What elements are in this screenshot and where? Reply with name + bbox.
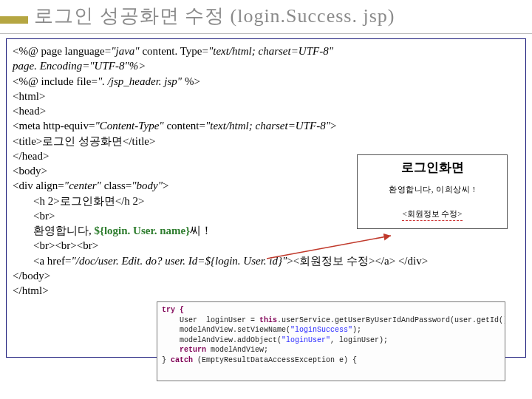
txt: class= (101, 180, 132, 191)
code-line: </html> (13, 283, 519, 298)
preview-panel: 로그인화면 환영합니다, 이희상씨 ! <회원정보 수정> (357, 154, 508, 229)
txt: "/doc/user. Edit. do? user. Id=${login. … (71, 255, 287, 267)
txt: } (162, 356, 171, 364)
txt: try { (162, 306, 184, 314)
el-expression: ${login. User. name} (95, 225, 191, 236)
txt: , loginUser); (330, 336, 388, 344)
txt: .userService.getUserByUserIdAndPassword(… (277, 316, 505, 324)
code-line: <br><br><br> (13, 238, 519, 253)
code-line: page. Encoding="UTF-8"%> (13, 58, 519, 73)
txt: <a href= (33, 255, 71, 267)
title-bar: 로그인 성공화면 수정 (login.Success. jsp) (0, 0, 532, 34)
code-line: </body> (13, 268, 519, 283)
txt: content. Type= (140, 45, 208, 57)
code-line: <head> (13, 103, 519, 118)
txt: <%@ page language= (13, 45, 111, 57)
txt: catch (171, 356, 193, 364)
code-line: <html> (13, 89, 519, 103)
txt: ". /jsp_header. jsp" (98, 75, 185, 87)
java-line: try { (162, 305, 500, 316)
txt: return (180, 346, 206, 354)
java-line: modelAndView.setViewName("loginSuccess")… (162, 325, 500, 335)
txt: content= (164, 120, 205, 132)
code-line: <%@ include file=". /jsp_header. jsp" %> (13, 74, 519, 89)
txt: "loginUser" (282, 336, 330, 344)
txt: 씨！ (190, 225, 212, 236)
txt: <meta http-equiv= (13, 120, 95, 132)
txt: User loginUser = (162, 316, 259, 324)
txt: > (330, 120, 336, 132)
txt: page. Encoding= (13, 60, 89, 72)
txt: %> (129, 60, 146, 72)
txt: ><회원정보 수정></a> </div> (287, 255, 428, 267)
java-line: modelAndView.addObject("loginUser", logi… (162, 335, 500, 346)
code-line: <a href="/doc/user. Edit. do? user. Id=$… (13, 253, 519, 268)
txt: ); (352, 326, 361, 334)
txt (162, 346, 180, 354)
txt: <div align= (13, 180, 64, 191)
preview-link: <회원정보 수정> (402, 208, 462, 221)
txt: this (259, 316, 277, 324)
txt: "loginSuccess" (290, 326, 352, 334)
txt: "text/html; charset=UTF-8" (208, 45, 333, 57)
txt: <%@ include file= (13, 75, 98, 87)
txt: "Content-Type" (95, 120, 163, 132)
java-line: return modelAndView; (162, 345, 500, 355)
code-line: <title>로그인 성공화면</title> (13, 134, 519, 149)
txt: "body" (132, 180, 163, 191)
accent-block (0, 16, 28, 24)
txt: %> (185, 75, 200, 87)
preview-title: 로그인화면 (362, 160, 502, 177)
java-line: User loginUser = this.userService.getUse… (162, 316, 500, 326)
code-line: <meta http-equiv="Content-Type" content=… (13, 118, 519, 133)
txt: (EmptyResultDataAccessException e) { (193, 356, 357, 364)
txt: modelAndView; (206, 346, 268, 354)
page-title: 로그인 성공화면 수정 (login.Success. jsp) (34, 3, 395, 29)
txt: modelAndView.setViewName( (162, 326, 290, 334)
txt: "UTF-8" (89, 60, 129, 72)
txt: 환영합니다, (33, 225, 95, 236)
txt: modelAndView.addObject( (162, 336, 282, 344)
java-line: } catch (EmptyResultDataAccessException … (162, 355, 500, 366)
txt: "java" (111, 45, 139, 57)
preview-message: 환영합니다, 이희상씨 ! (362, 184, 502, 195)
code-line: <%@ page language="java" content. Type="… (13, 44, 519, 58)
txt: "center" (64, 180, 101, 191)
txt: "text/html; charset=UTF-8" (205, 120, 330, 132)
txt: > (163, 180, 168, 191)
java-snippet-box: try { User loginUser = this.userService.… (157, 301, 505, 381)
